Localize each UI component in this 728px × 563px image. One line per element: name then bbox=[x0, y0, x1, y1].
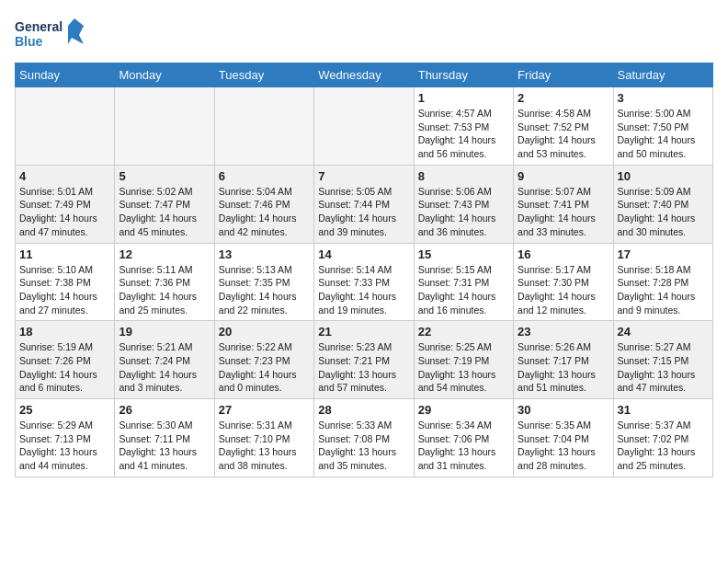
calendar-day-cell: 24Sunrise: 5:27 AM Sunset: 7:15 PM Dayli… bbox=[613, 321, 712, 399]
day-info: Sunrise: 5:19 AM Sunset: 7:26 PM Dayligh… bbox=[19, 340, 110, 395]
day-number: 6 bbox=[219, 169, 310, 183]
day-info: Sunrise: 5:26 AM Sunset: 7:17 PM Dayligh… bbox=[518, 340, 609, 395]
day-number: 30 bbox=[518, 403, 609, 417]
day-info: Sunrise: 5:09 AM Sunset: 7:40 PM Dayligh… bbox=[618, 185, 709, 239]
calendar-day-cell: 6Sunrise: 5:04 AM Sunset: 7:46 PM Daylig… bbox=[214, 165, 313, 243]
calendar-day-cell: 4Sunrise: 5:01 AM Sunset: 7:49 PM Daylig… bbox=[16, 165, 115, 243]
calendar-day-cell: 25Sunrise: 5:29 AM Sunset: 7:13 PM Dayli… bbox=[16, 399, 115, 477]
day-number: 13 bbox=[219, 247, 310, 261]
calendar-day-cell: 11Sunrise: 5:10 AM Sunset: 7:38 PM Dayli… bbox=[16, 243, 115, 321]
day-header-tuesday: Tuesday bbox=[214, 63, 313, 87]
calendar-day-cell: 22Sunrise: 5:25 AM Sunset: 7:19 PM Dayli… bbox=[414, 321, 513, 399]
day-header-monday: Monday bbox=[115, 63, 214, 87]
day-number: 22 bbox=[418, 325, 509, 339]
calendar-day-cell: 8Sunrise: 5:06 AM Sunset: 7:43 PM Daylig… bbox=[414, 165, 513, 243]
day-header-saturday: Saturday bbox=[613, 63, 712, 87]
day-info: Sunrise: 5:05 AM Sunset: 7:44 PM Dayligh… bbox=[318, 185, 409, 239]
day-number: 9 bbox=[518, 169, 609, 183]
day-info: Sunrise: 5:34 AM Sunset: 7:06 PM Dayligh… bbox=[418, 419, 509, 473]
day-number: 17 bbox=[618, 247, 709, 261]
day-number: 16 bbox=[518, 247, 609, 261]
svg-marker-2 bbox=[68, 18, 84, 44]
day-number: 18 bbox=[19, 325, 110, 339]
day-info: Sunrise: 5:22 AM Sunset: 7:23 PM Dayligh… bbox=[219, 340, 310, 395]
day-number: 23 bbox=[518, 325, 609, 339]
calendar-day-cell: 7Sunrise: 5:05 AM Sunset: 7:44 PM Daylig… bbox=[314, 165, 414, 243]
day-number: 12 bbox=[119, 247, 210, 261]
calendar-day-cell: 14Sunrise: 5:14 AM Sunset: 7:33 PM Dayli… bbox=[314, 243, 414, 321]
day-header-sunday: Sunday bbox=[16, 63, 115, 87]
day-info: Sunrise: 5:01 AM Sunset: 7:49 PM Dayligh… bbox=[19, 185, 110, 239]
day-info: Sunrise: 5:21 AM Sunset: 7:24 PM Dayligh… bbox=[119, 340, 210, 395]
svg-text:Blue: Blue bbox=[15, 34, 43, 49]
calendar-day-cell: 2Sunrise: 4:58 AM Sunset: 7:52 PM Daylig… bbox=[514, 87, 613, 166]
day-info: Sunrise: 5:30 AM Sunset: 7:11 PM Dayligh… bbox=[119, 419, 210, 473]
day-number: 28 bbox=[318, 403, 409, 417]
day-info: Sunrise: 5:13 AM Sunset: 7:35 PM Dayligh… bbox=[219, 263, 310, 317]
day-number: 3 bbox=[618, 91, 709, 105]
day-info: Sunrise: 5:11 AM Sunset: 7:36 PM Dayligh… bbox=[119, 263, 210, 317]
day-number: 26 bbox=[119, 403, 210, 417]
day-header-friday: Friday bbox=[514, 63, 613, 87]
calendar-empty-cell bbox=[16, 87, 115, 166]
day-header-wednesday: Wednesday bbox=[314, 63, 414, 87]
day-info: Sunrise: 5:33 AM Sunset: 7:08 PM Dayligh… bbox=[318, 419, 409, 473]
logo-icon: General Blue bbox=[15, 15, 88, 55]
day-number: 7 bbox=[318, 169, 409, 183]
day-number: 10 bbox=[618, 169, 709, 183]
day-number: 8 bbox=[418, 169, 509, 183]
calendar-week-row: 25Sunrise: 5:29 AM Sunset: 7:13 PM Dayli… bbox=[16, 399, 713, 477]
day-header-thursday: Thursday bbox=[414, 63, 513, 87]
day-info: Sunrise: 4:57 AM Sunset: 7:53 PM Dayligh… bbox=[418, 107, 509, 161]
calendar-day-cell: 30Sunrise: 5:35 AM Sunset: 7:04 PM Dayli… bbox=[514, 399, 613, 477]
calendar-day-cell: 29Sunrise: 5:34 AM Sunset: 7:06 PM Dayli… bbox=[414, 399, 513, 477]
day-number: 25 bbox=[19, 403, 110, 417]
calendar-day-cell: 31Sunrise: 5:37 AM Sunset: 7:02 PM Dayli… bbox=[613, 399, 712, 477]
day-info: Sunrise: 5:37 AM Sunset: 7:02 PM Dayligh… bbox=[618, 419, 709, 473]
day-number: 31 bbox=[618, 403, 709, 417]
day-number: 4 bbox=[19, 169, 110, 183]
calendar-day-cell: 27Sunrise: 5:31 AM Sunset: 7:10 PM Dayli… bbox=[214, 399, 313, 477]
day-info: Sunrise: 5:17 AM Sunset: 7:30 PM Dayligh… bbox=[518, 263, 609, 317]
calendar-day-cell: 23Sunrise: 5:26 AM Sunset: 7:17 PM Dayli… bbox=[514, 321, 613, 399]
calendar-week-row: 18Sunrise: 5:19 AM Sunset: 7:26 PM Dayli… bbox=[16, 321, 713, 399]
page-header: General Blue bbox=[15, 15, 713, 55]
calendar-week-row: 4Sunrise: 5:01 AM Sunset: 7:49 PM Daylig… bbox=[16, 165, 713, 243]
day-number: 14 bbox=[318, 247, 409, 261]
day-info: Sunrise: 5:14 AM Sunset: 7:33 PM Dayligh… bbox=[318, 263, 409, 317]
day-info: Sunrise: 5:06 AM Sunset: 7:43 PM Dayligh… bbox=[418, 185, 509, 239]
logo: General Blue bbox=[15, 15, 88, 55]
day-number: 24 bbox=[618, 325, 709, 339]
calendar-day-cell: 18Sunrise: 5:19 AM Sunset: 7:26 PM Dayli… bbox=[16, 321, 115, 399]
calendar-empty-cell bbox=[314, 87, 414, 166]
calendar-day-cell: 10Sunrise: 5:09 AM Sunset: 7:40 PM Dayli… bbox=[613, 165, 712, 243]
day-number: 11 bbox=[19, 247, 110, 261]
calendar-week-row: 1Sunrise: 4:57 AM Sunset: 7:53 PM Daylig… bbox=[16, 87, 713, 166]
day-info: Sunrise: 5:35 AM Sunset: 7:04 PM Dayligh… bbox=[518, 419, 609, 473]
calendar-day-cell: 26Sunrise: 5:30 AM Sunset: 7:11 PM Dayli… bbox=[115, 399, 214, 477]
calendar-empty-cell bbox=[115, 87, 214, 166]
day-info: Sunrise: 5:23 AM Sunset: 7:21 PM Dayligh… bbox=[318, 340, 409, 395]
day-number: 29 bbox=[418, 403, 509, 417]
calendar-day-cell: 12Sunrise: 5:11 AM Sunset: 7:36 PM Dayli… bbox=[115, 243, 214, 321]
calendar-day-cell: 15Sunrise: 5:15 AM Sunset: 7:31 PM Dayli… bbox=[414, 243, 513, 321]
day-info: Sunrise: 5:27 AM Sunset: 7:15 PM Dayligh… bbox=[618, 340, 709, 395]
calendar-day-cell: 21Sunrise: 5:23 AM Sunset: 7:21 PM Dayli… bbox=[314, 321, 414, 399]
day-info: Sunrise: 5:25 AM Sunset: 7:19 PM Dayligh… bbox=[418, 340, 509, 395]
calendar-day-cell: 13Sunrise: 5:13 AM Sunset: 7:35 PM Dayli… bbox=[214, 243, 313, 321]
calendar-day-cell: 1Sunrise: 4:57 AM Sunset: 7:53 PM Daylig… bbox=[414, 87, 513, 166]
day-info: Sunrise: 5:29 AM Sunset: 7:13 PM Dayligh… bbox=[19, 419, 110, 473]
day-info: Sunrise: 5:00 AM Sunset: 7:50 PM Dayligh… bbox=[618, 107, 709, 161]
calendar-empty-cell bbox=[214, 87, 313, 166]
day-info: Sunrise: 5:31 AM Sunset: 7:10 PM Dayligh… bbox=[219, 419, 310, 473]
calendar-day-cell: 17Sunrise: 5:18 AM Sunset: 7:28 PM Dayli… bbox=[613, 243, 712, 321]
day-info: Sunrise: 5:07 AM Sunset: 7:41 PM Dayligh… bbox=[518, 185, 609, 239]
day-info: Sunrise: 5:04 AM Sunset: 7:46 PM Dayligh… bbox=[219, 185, 310, 239]
day-number: 15 bbox=[418, 247, 509, 261]
calendar-week-row: 11Sunrise: 5:10 AM Sunset: 7:38 PM Dayli… bbox=[16, 243, 713, 321]
day-number: 27 bbox=[219, 403, 310, 417]
day-info: Sunrise: 4:58 AM Sunset: 7:52 PM Dayligh… bbox=[518, 107, 609, 161]
calendar-day-cell: 20Sunrise: 5:22 AM Sunset: 7:23 PM Dayli… bbox=[214, 321, 313, 399]
day-number: 2 bbox=[518, 91, 609, 105]
calendar-day-cell: 5Sunrise: 5:02 AM Sunset: 7:47 PM Daylig… bbox=[115, 165, 214, 243]
